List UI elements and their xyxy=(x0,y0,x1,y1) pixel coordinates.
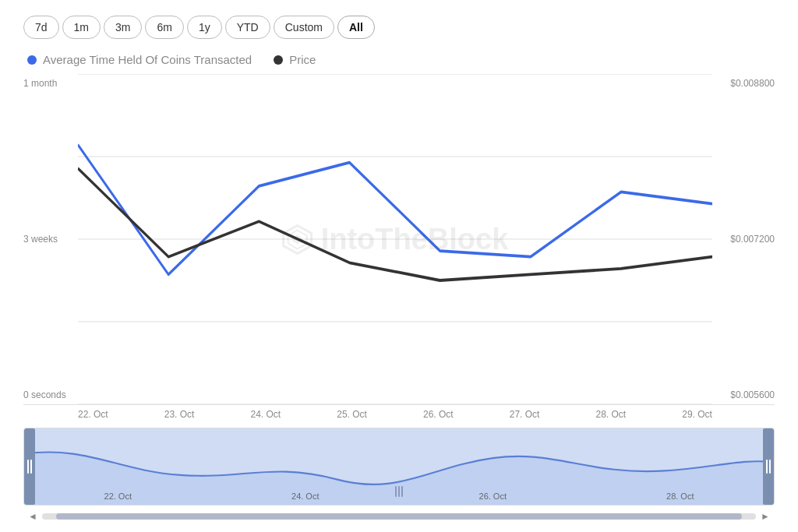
chart-area: 1 month 3 weeks 0 seconds $0.008800 $0.0… xyxy=(23,74,775,524)
tab-1m[interactable]: 1m xyxy=(62,16,101,39)
center-line-2 xyxy=(398,486,400,497)
scroll-left-arrow[interactable]: ◄ xyxy=(23,511,42,522)
tab-7d[interactable]: 7d xyxy=(23,16,59,39)
legend-dot-dark xyxy=(274,55,283,65)
mini-center-drag-handle[interactable] xyxy=(395,486,403,497)
svg-chart-wrapper: IntoTheBlock xyxy=(78,74,712,404)
scroll-right-arrow[interactable]: ► xyxy=(756,511,775,522)
center-line-3 xyxy=(401,486,403,497)
scrollbar-track[interactable] xyxy=(42,513,756,520)
mini-chart-inner: 22. Oct 24. Oct 26. Oct 28. Oct xyxy=(24,428,774,505)
main-chart: 1 month 3 weeks 0 seconds $0.008800 $0.0… xyxy=(23,74,775,405)
x-label-22oct: 22. Oct xyxy=(78,409,108,420)
y-label-r3: $0.007200 xyxy=(712,234,775,245)
x-label-25oct: 25. Oct xyxy=(337,409,367,420)
tab-6m[interactable]: 6m xyxy=(145,16,183,39)
tab-1y[interactable]: 1y xyxy=(187,16,222,39)
x-label-26oct: 26. Oct xyxy=(423,409,454,420)
tab-ytd[interactable]: YTD xyxy=(225,16,270,39)
legend: Average Time Held Of Coins Transacted Pr… xyxy=(23,53,775,66)
mini-handle-right[interactable] xyxy=(763,428,774,505)
legend-label-avg: Average Time Held Of Coins Transacted xyxy=(43,53,252,66)
x-label-29oct: 29. Oct xyxy=(682,409,712,420)
legend-item-price: Price xyxy=(274,53,316,66)
y-labels-right: $0.008800 $0.007200 $0.005600 xyxy=(712,74,775,404)
mini-handle-line-left xyxy=(27,460,29,474)
tab-3m[interactable]: 3m xyxy=(104,16,142,39)
y-label-0seconds: 0 seconds xyxy=(23,389,78,400)
mini-handle-line-right xyxy=(766,460,768,474)
tab-custom[interactable]: Custom xyxy=(274,16,334,39)
y-label-1month: 1 month xyxy=(23,78,78,89)
line-chart-svg xyxy=(78,74,712,404)
y-label-r5: $0.005600 xyxy=(712,389,775,400)
mini-handle-line-right2 xyxy=(769,460,771,474)
mini-handle-left[interactable] xyxy=(24,428,35,505)
x-label-24oct: 24. Oct xyxy=(251,409,281,420)
toolbar: 7d 1m 3m 6m 1y YTD Custom All xyxy=(23,16,775,39)
scrollbar-area: ◄ ► xyxy=(23,509,775,524)
legend-item-avg: Average Time Held Of Coins Transacted xyxy=(27,53,252,66)
legend-label-price: Price xyxy=(289,53,316,66)
x-label-27oct: 27. Oct xyxy=(510,409,540,420)
x-label-28oct: 28. Oct xyxy=(596,409,627,420)
center-line-1 xyxy=(395,486,397,497)
scrollbar-thumb[interactable] xyxy=(56,513,742,520)
y-label-3weeks: 3 weeks xyxy=(23,234,78,245)
x-label-23oct: 23. Oct xyxy=(164,409,195,420)
tab-all[interactable]: All xyxy=(337,16,375,39)
y-label-r1: $0.008800 xyxy=(712,78,775,89)
mini-chart-container[interactable]: 22. Oct 24. Oct 26. Oct 28. Oct xyxy=(23,428,775,506)
y-labels-left: 1 month 3 weeks 0 seconds xyxy=(23,74,78,404)
main-container: 7d 1m 3m 6m 1y YTD Custom All Average Ti… xyxy=(0,0,798,532)
mini-handle-line-left2 xyxy=(30,460,32,474)
legend-dot-blue xyxy=(27,55,37,65)
x-labels: 22. Oct 23. Oct 24. Oct 25. Oct 26. Oct … xyxy=(23,405,775,424)
